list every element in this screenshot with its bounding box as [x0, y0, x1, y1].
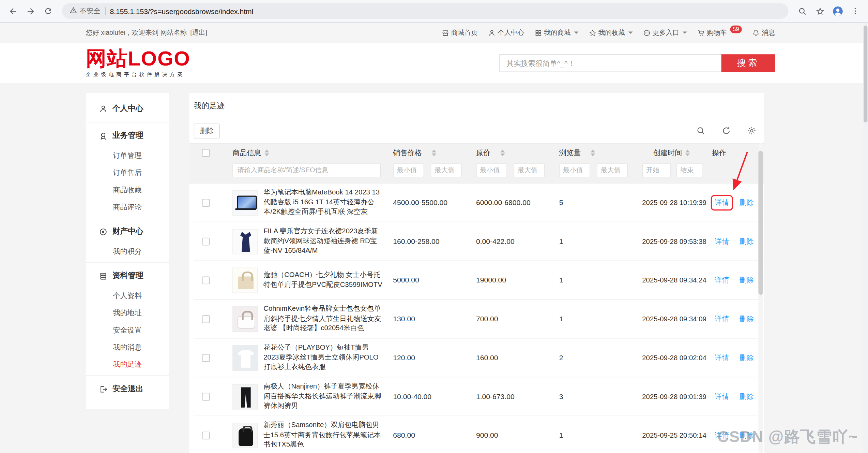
sidebar-item[interactable]: 我的地址 [86, 304, 169, 321]
sidebar-section-head-profile[interactable]: 资料管理 [86, 265, 169, 287]
delete-link[interactable]: 删除 [736, 196, 756, 209]
column-header-3[interactable]: 浏览量 [559, 148, 642, 158]
grid-icon [535, 29, 542, 36]
security-chip[interactable]: 不安全 [70, 6, 101, 16]
views-max-input[interactable] [597, 163, 628, 177]
cart-icon [698, 29, 705, 36]
date-start-input[interactable] [642, 163, 671, 177]
topnav-item-my-mall[interactable]: 我的商城 [535, 28, 578, 38]
table-header: 商品信息销售价格原价浏览量创建时间操作 [189, 143, 764, 184]
views-min-input[interactable] [559, 163, 590, 177]
delete-link[interactable]: 删除 [736, 274, 756, 287]
detail-link[interactable]: 详情 [712, 390, 732, 403]
browser-reload-button[interactable] [40, 3, 57, 19]
column-header-0[interactable]: 商品信息 [232, 148, 393, 158]
sale-max-input[interactable] [431, 163, 462, 177]
date-end-input[interactable] [676, 163, 703, 177]
zoom-icon[interactable] [794, 3, 810, 19]
page-scrollbar-thumb[interactable] [864, 26, 867, 122]
topnav-item-messages[interactable]: 消息 [752, 28, 775, 38]
topnav-item-my-favorites[interactable]: 我的收藏 [589, 28, 633, 38]
topnav-item-more-entries[interactable]: 更多入口 [643, 28, 687, 38]
table-scrollbar-thumb[interactable] [758, 151, 763, 295]
column-header-1[interactable]: 销售价格 [393, 148, 476, 158]
search-button[interactable]: 搜索 [721, 54, 775, 72]
topnav-label: 我的收藏 [598, 28, 625, 38]
page-scrollbar[interactable] [863, 23, 868, 453]
table-refresh-icon[interactable] [722, 126, 731, 135]
topnav-label: 更多入口 [653, 28, 679, 38]
sidebar-item[interactable]: 订单售后 [86, 164, 169, 181]
sidebar-section-head-personal-center[interactable]: 个人中心 [86, 98, 169, 120]
created-time: 2025-09-28 10:19:39 [642, 199, 712, 206]
goods-filter-input[interactable] [232, 163, 381, 177]
delete-link[interactable]: 删除 [736, 351, 756, 364]
sidebar-section-head-logout[interactable]: 安全退出 [86, 378, 169, 400]
column-header-4[interactable]: 创建时间 [642, 148, 712, 158]
sort-icon[interactable] [500, 150, 505, 156]
sort-icon[interactable] [264, 150, 269, 156]
detail-link[interactable]: 详情 [712, 274, 732, 287]
column-header-2[interactable]: 原价 [476, 148, 559, 158]
main-panel: 我的足迹 删除 商品信息销售价格原价 [189, 93, 764, 453]
browser-menu-icon[interactable] [847, 3, 864, 19]
sidebar-item[interactable]: 安全设置 [86, 321, 169, 338]
sort-icon[interactable] [685, 150, 690, 156]
topnav-item-cart[interactable]: 购物车59 [698, 28, 742, 38]
sale-price: 120.00 [393, 353, 476, 362]
logout-link[interactable]: [退出] [190, 28, 207, 38]
batch-delete-button[interactable]: 删除 [194, 123, 220, 138]
sort-icon[interactable] [591, 150, 595, 156]
sidebar-item[interactable]: 我的积分 [86, 243, 169, 260]
sort-icon[interactable] [432, 150, 436, 156]
row-checkbox[interactable] [202, 199, 210, 206]
product-title: CohnimKevin轻奢品牌女士包包女包单肩斜挎手提七夕情人节生日礼物送女友老… [263, 304, 383, 333]
person-icon [99, 104, 107, 113]
sale-min-input[interactable] [393, 163, 424, 177]
row-checkbox[interactable] [202, 315, 210, 323]
table-scrollbar[interactable] [758, 143, 763, 453]
browser-back-button[interactable] [4, 3, 21, 19]
sidebar-item[interactable]: 订单管理 [86, 147, 169, 164]
detail-link[interactable]: 详情 [712, 235, 732, 248]
topnav-item-mall-home[interactable]: 商城首页 [442, 28, 478, 38]
sidebar-section-head-assets[interactable]: 财产中心 [86, 221, 169, 243]
table-row: 蔻驰（COACH）七夕礼物 女士小号托特包单肩手提包PVC配皮C3599IMOT… [194, 261, 764, 300]
detail-link[interactable]: 详情 [712, 196, 732, 209]
table-settings-icon[interactable] [747, 126, 756, 135]
profile-avatar[interactable] [829, 3, 846, 19]
row-checkbox[interactable] [202, 354, 210, 362]
row-checkbox[interactable] [202, 276, 210, 284]
sidebar-item[interactable]: 我的消息 [86, 339, 169, 356]
detail-link[interactable]: 详情 [712, 351, 732, 364]
row-checkbox[interactable] [202, 432, 210, 439]
bookmark-star-icon[interactable] [811, 3, 828, 19]
detail-link[interactable]: 详情 [712, 312, 732, 325]
logo-text: 网站LOGO [86, 48, 191, 70]
table-search-icon[interactable] [696, 126, 705, 135]
delete-link[interactable]: 删除 [736, 390, 756, 403]
table-toolbar: 删除 [189, 119, 764, 143]
sidebar-item[interactable]: 商品收藏 [86, 181, 169, 198]
url-text: 8.155.1.153/?s=usergoodsbrowse/index.htm… [110, 7, 253, 15]
delete-link[interactable]: 删除 [736, 235, 756, 248]
row-checkbox[interactable] [202, 393, 210, 400]
product-image [232, 306, 258, 332]
address-bar[interactable]: 不安全 8.155.1.153/?s=usergoodsbrowse/index… [62, 3, 788, 19]
orig-min-input[interactable] [476, 163, 507, 177]
select-all-checkbox[interactable] [202, 149, 210, 157]
product-title: FILA 斐乐官方女子连衣裙2023夏季新款简约V领网球运动短袖连身裙 RD宝蓝… [263, 227, 383, 256]
created-time: 2025-09-25 20:50:14 [642, 432, 712, 439]
row-checkbox[interactable] [202, 237, 210, 245]
orig-max-input[interactable] [514, 163, 545, 177]
topnav-item-personal-center[interactable]: 个人中心 [488, 28, 524, 38]
sidebar-item[interactable]: 商品评论 [86, 199, 169, 216]
original-price: 0.00-422.00 [476, 237, 559, 245]
search-input[interactable] [499, 54, 721, 72]
sidebar-item[interactable]: 个人资料 [86, 287, 169, 304]
sidebar-section-head-business[interactable]: 业务管理 [86, 125, 169, 147]
product-title: 南极人（Nanjiren）裤子夏季男宽松休闲百搭裤华夫格长裤运动裤子潮流束脚裤休… [263, 382, 383, 411]
browser-forward-button[interactable] [22, 3, 39, 19]
delete-link[interactable]: 删除 [736, 312, 756, 325]
sidebar-item[interactable]: 我的足迹 [86, 356, 169, 373]
